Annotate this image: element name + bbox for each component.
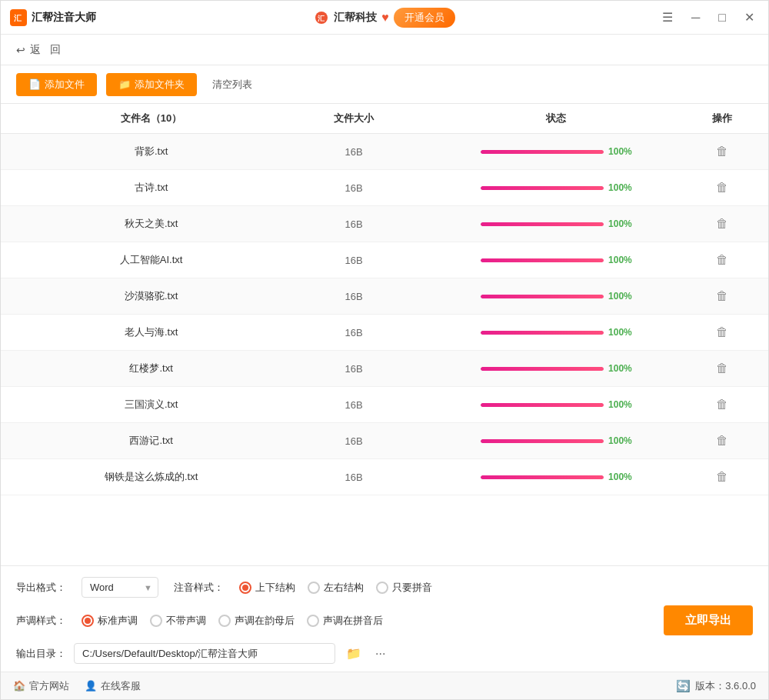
maximize-icon[interactable]: □ bbox=[714, 9, 731, 26]
file-size: 16B bbox=[286, 218, 421, 230]
table-row: 背影.txt 16B 100% 🗑 bbox=[1, 134, 768, 170]
progress-percent: 100% bbox=[608, 435, 632, 446]
delete-button[interactable]: 🗑 bbox=[716, 434, 728, 448]
file-name: 沙漠骆驼.txt bbox=[16, 289, 286, 303]
annotation-radio-item[interactable]: 上下结构 bbox=[239, 581, 295, 595]
progress-bar-bg bbox=[481, 331, 604, 335]
progress-wrapper: 100% bbox=[421, 399, 691, 410]
more-options-button[interactable]: ··· bbox=[372, 644, 388, 664]
bottom-panel: 导出格式： Word PDF TXT ▼ 注音样式： 上下结构 左右结构 只要拼… bbox=[1, 565, 768, 672]
clear-list-button[interactable]: 清空列表 bbox=[206, 73, 258, 96]
status-right: 🔄 版本：3.6.0.0 bbox=[676, 679, 756, 693]
progress-percent: 100% bbox=[608, 255, 632, 265]
action-cell: 🗑 bbox=[691, 398, 753, 412]
progress-bar-fill bbox=[481, 150, 604, 154]
add-folder-icon: 📁 bbox=[118, 78, 131, 90]
brand-icon: 汇 bbox=[314, 10, 329, 25]
delete-button[interactable]: 🗑 bbox=[716, 289, 728, 303]
progress-bar-fill bbox=[481, 403, 604, 407]
table-header: 文件名（10） 文件大小 状态 操作 bbox=[1, 104, 768, 134]
table-row: 秋天之美.txt 16B 100% 🗑 bbox=[1, 206, 768, 242]
menu-icon[interactable]: ☰ bbox=[657, 8, 677, 26]
tone-radio-item[interactable]: 声调在拼音后 bbox=[307, 614, 383, 628]
tone-radio-item[interactable]: 不带声调 bbox=[150, 614, 206, 628]
delete-button[interactable]: 🗑 bbox=[716, 362, 728, 375]
radio-label: 标准声调 bbox=[98, 614, 138, 628]
table-row: 人工智能AI.txt 16B 100% 🗑 bbox=[1, 242, 768, 278]
progress-percent: 100% bbox=[608, 218, 632, 229]
progress-percent: 100% bbox=[608, 182, 632, 193]
delete-button[interactable]: 🗑 bbox=[716, 470, 728, 484]
vip-button[interactable]: 开通会员 bbox=[394, 8, 455, 28]
progress-bar-fill bbox=[481, 186, 604, 190]
action-cell: 🗑 bbox=[691, 362, 753, 375]
radio-label: 不带声调 bbox=[166, 614, 206, 628]
tone-radio-item[interactable]: 声调在韵母后 bbox=[218, 614, 295, 628]
delete-button[interactable]: 🗑 bbox=[716, 253, 728, 267]
delete-button[interactable]: 🗑 bbox=[716, 325, 728, 339]
radio-circle bbox=[308, 582, 320, 594]
progress-bar-bg bbox=[481, 403, 604, 407]
file-size: 16B bbox=[286, 472, 421, 483]
radio-circle bbox=[150, 615, 162, 627]
annotation-radio-item[interactable]: 左右结构 bbox=[308, 581, 364, 595]
radio-label: 声调在拼音后 bbox=[323, 614, 383, 628]
format-row: 导出格式： Word PDF TXT ▼ 注音样式： 上下结构 左右结构 只要拼… bbox=[16, 577, 753, 598]
progress-bar-fill bbox=[481, 222, 604, 226]
browse-folder-button[interactable]: 📁 bbox=[343, 643, 365, 664]
table-body: 背影.txt 16B 100% 🗑 古诗.txt 16B 100% 🗑 秋天之美… bbox=[1, 134, 768, 495]
title-bar-left: 汇 汇帮注音大师 bbox=[10, 9, 260, 26]
file-name: 秋天之美.txt bbox=[16, 217, 286, 231]
file-table: 文件名（10） 文件大小 状态 操作 背影.txt 16B 100% 🗑 古诗.… bbox=[1, 104, 768, 565]
table-row: 钢铁是这么炼成的.txt 16B 100% 🗑 bbox=[1, 459, 768, 495]
progress-bar-bg bbox=[481, 258, 604, 262]
add-file-button[interactable]: 📄 添加文件 bbox=[16, 73, 97, 96]
status-bar: 🏠 官方网站 👤 在线客服 🔄 版本：3.6.0.0 bbox=[1, 672, 768, 699]
tone-radio-item[interactable]: 标准声调 bbox=[82, 614, 138, 628]
file-name: 背影.txt bbox=[16, 145, 286, 158]
action-cell: 🗑 bbox=[691, 325, 753, 339]
delete-button[interactable]: 🗑 bbox=[716, 217, 728, 231]
table-row: 西游记.txt 16B 100% 🗑 bbox=[1, 423, 768, 459]
output-dir-input[interactable] bbox=[74, 643, 335, 664]
radio-label: 声调在韵母后 bbox=[235, 614, 295, 628]
file-name: 钢铁是这么炼成的.txt bbox=[16, 470, 286, 484]
action-cell: 🗑 bbox=[691, 289, 753, 303]
app-title: 汇帮注音大师 bbox=[32, 11, 96, 25]
progress-bar-fill bbox=[481, 258, 604, 262]
action-cell: 🗑 bbox=[691, 253, 753, 267]
add-folder-button[interactable]: 📁 添加文件夹 bbox=[106, 73, 197, 96]
action-cell: 🗑 bbox=[691, 145, 753, 158]
tone-style-label: 声调样式： bbox=[16, 614, 66, 628]
radio-circle bbox=[218, 615, 231, 627]
action-cell: 🗑 bbox=[691, 217, 753, 231]
progress-wrapper: 100% bbox=[421, 327, 691, 338]
output-row: 输出目录： 📁 ··· bbox=[16, 643, 753, 664]
close-icon[interactable]: ✕ bbox=[740, 8, 759, 26]
refresh-button[interactable]: 回 bbox=[50, 43, 61, 57]
format-select[interactable]: Word PDF TXT bbox=[82, 577, 158, 598]
svg-text:汇: 汇 bbox=[318, 15, 325, 22]
title-bar-center: 汇 汇帮科技 ♥ 开通会员 bbox=[260, 8, 510, 28]
status-left: 🏠 官方网站 👤 在线客服 bbox=[13, 679, 141, 693]
minimize-icon[interactable]: ─ bbox=[687, 9, 704, 26]
export-button[interactable]: 立即导出 bbox=[664, 605, 753, 635]
brand-name: 汇帮科技 bbox=[334, 11, 377, 25]
col-filesize: 文件大小 bbox=[286, 112, 421, 125]
website-link[interactable]: 🏠 官方网站 bbox=[13, 679, 69, 693]
table-row: 古诗.txt 16B 100% 🗑 bbox=[1, 170, 768, 206]
file-name: 西游记.txt bbox=[16, 434, 286, 448]
back-button[interactable]: ↩ 返 bbox=[16, 43, 41, 57]
delete-button[interactable]: 🗑 bbox=[716, 181, 728, 195]
export-format-label: 导出格式： bbox=[16, 581, 66, 595]
file-size: 16B bbox=[286, 182, 421, 194]
delete-button[interactable]: 🗑 bbox=[716, 398, 728, 412]
annotation-radio-item[interactable]: 只要拼音 bbox=[376, 581, 432, 595]
file-size: 16B bbox=[286, 435, 421, 447]
progress-wrapper: 100% bbox=[421, 291, 691, 302]
progress-wrapper: 100% bbox=[421, 435, 691, 446]
radio-label: 只要拼音 bbox=[392, 581, 432, 595]
delete-button[interactable]: 🗑 bbox=[716, 145, 728, 158]
service-link[interactable]: 👤 在线客服 bbox=[85, 679, 141, 693]
app-icon: 汇 bbox=[10, 9, 27, 26]
